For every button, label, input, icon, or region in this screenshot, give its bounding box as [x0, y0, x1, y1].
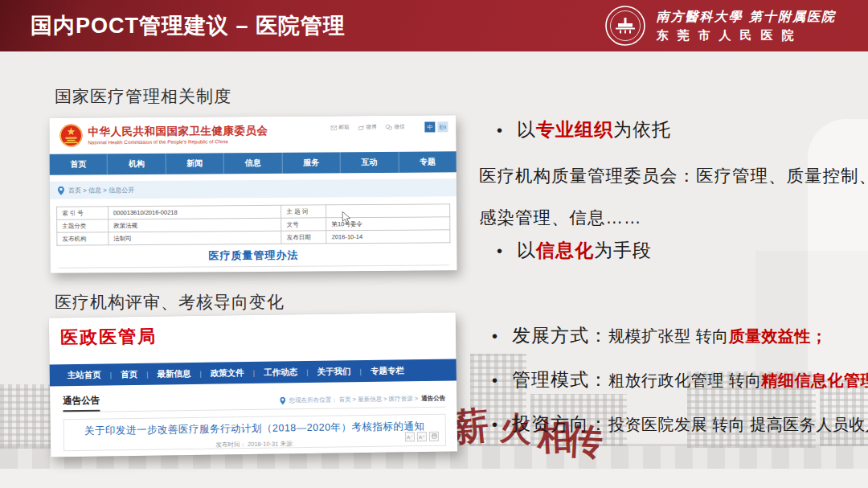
- yz-nav-home[interactable]: 首页: [121, 369, 137, 380]
- hospital-name: 南方醫科大學 第十附属医院 东莞市人民医院: [656, 9, 836, 43]
- hospital-name-line1: 南方醫科大學 第十附属医院: [656, 9, 836, 26]
- highlight-text: 质量效益性；: [729, 326, 828, 347]
- meta-label: 发布机构: [57, 232, 108, 245]
- bullet-dot: •: [497, 121, 502, 140]
- nhc-breadcrumb[interactable]: 首页 > 信息 > 信息公开: [50, 178, 457, 199]
- yz-nav-policy[interactable]: 政策文件: [211, 367, 244, 379]
- document-link[interactable]: 医疗质量管理办法: [50, 247, 457, 265]
- meta-label: 发布日期: [281, 231, 326, 244]
- bullet-informatization: • 以信息化为手段: [497, 238, 652, 263]
- nhc-nav-news[interactable]: 新闻: [166, 153, 224, 174]
- meta-value: 000013610/2016-00218: [108, 205, 281, 219]
- bullet-development-mode: • 发展方式：规模扩张型 转向 质量效益性；: [492, 323, 828, 348]
- weibo-link[interactable]: 微博: [358, 124, 376, 131]
- yzyg-breadcrumb[interactable]: 您现在所在位置： 首页 > 最新信息 > 医疗资源 > 通告公告: [280, 394, 446, 404]
- nhc-nav-orgs[interactable]: 机构: [108, 154, 166, 175]
- nhc-nav-bar: 首页 机构 新闻 信息 服务 互动 专题: [50, 151, 457, 175]
- hospital-logo-group: 南方醫科大學 第十附属医院 东莞市人民医院: [604, 5, 836, 47]
- yzyg-nav-bar: 主站首页 | 首页 | 最新信息 | 政策文件 | 工作动态 | 关于我们 | …: [50, 359, 457, 386]
- paragraph-line1: 医疗机构质量管理委员会：医疗管理、质量控制、医院: [479, 164, 868, 187]
- slide-header: 国内POCT管理建议 – 医院管理 南方醫科大學 第十附属医院 东莞市人民医院: [0, 0, 868, 51]
- hospital-seal-icon: [604, 5, 646, 47]
- nhc-website-screenshot: 中华人民共和国国家卫生健康委员会 National Health Commiss…: [49, 115, 457, 273]
- bullet-dot: •: [492, 416, 497, 434]
- divider: [59, 265, 449, 268]
- yz-nav-about[interactable]: 关于我们: [317, 366, 350, 378]
- mouse-cursor-icon: [342, 211, 351, 224]
- nav-separator: |: [359, 367, 361, 375]
- section2-heading: 医疗机构评审、考核导向变化: [55, 291, 285, 314]
- national-emblem-icon: [59, 123, 83, 147]
- nhc-site-title: 中华人民共和国国家卫生健康委员会: [88, 124, 268, 140]
- nhc-nav-home[interactable]: 首页: [50, 154, 108, 175]
- nhc-nav-topics[interactable]: 专题: [399, 151, 457, 172]
- wechat-link[interactable]: 微信: [385, 124, 404, 131]
- notice-title-link[interactable]: 关于印发进一步改善医疗服务行动计划（2018—2020年）考核指标的通知: [64, 420, 445, 439]
- font-smaller-button[interactable]: A⁻: [405, 432, 415, 441]
- highlight-text: 信息化: [536, 238, 594, 263]
- nav-separator: |: [306, 368, 308, 376]
- notice-board-label[interactable]: 通告公告: [63, 395, 100, 412]
- meta-value: 政策法规: [108, 218, 282, 232]
- bullet-dot: •: [492, 327, 497, 346]
- meta-label: 主 题 词: [281, 205, 326, 218]
- notice-box: 关于印发进一步改善医疗服务行动计划（2018—2020年）考核指标的通知 发布时…: [63, 414, 447, 452]
- document-meta-table: 索 引 号 000013610/2016-00218 主 题 词 主题分类 政策…: [56, 203, 450, 245]
- mail-link[interactable]: 邮箱: [330, 124, 349, 131]
- nhc-nav-interact[interactable]: 互动: [341, 152, 399, 174]
- yzyg-site-title: 医政医管局: [60, 325, 157, 351]
- weibo-icon: [358, 125, 364, 130]
- breadcrumb-current: 通告公告: [421, 394, 445, 402]
- meta-value: 2016-10-14: [326, 230, 450, 244]
- nav-separator: |: [253, 368, 255, 376]
- yz-nav-work[interactable]: 工作动态: [264, 367, 297, 379]
- meta-label: 索 引 号: [57, 207, 108, 219]
- nhc-nav-info[interactable]: 信息: [224, 153, 283, 174]
- nav-separator: |: [199, 369, 201, 377]
- highlight-text: 专业组织: [536, 117, 613, 142]
- hospital-name-line2: 东莞市人民医院: [656, 28, 836, 43]
- bullet-management-mode: • 管理模式：粗放行政化管理 转向 精细信息化管理: [492, 367, 868, 392]
- location-pin-icon: [280, 396, 286, 404]
- yzyg-website-screenshot: 医政医管局 主站首页 | 首页 | 最新信息 | 政策文件 | 工作动态 | 关…: [49, 312, 457, 457]
- bullet-investment-direction: • 投资方向：投资医院发展 转向 提高医务人员收入: [492, 412, 868, 437]
- bullet-dot: •: [497, 242, 502, 260]
- paragraph-line2: 感染管理、信息……: [479, 206, 642, 229]
- meta-label: 文号: [281, 218, 326, 231]
- bullet-professional-org: • 以专业组织为依托: [497, 117, 671, 142]
- wechat-icon: [385, 125, 392, 130]
- table-row: 发布机构 法制司 发布日期 2016-10-14: [57, 230, 450, 245]
- language-cn-button[interactable]: 中: [424, 121, 435, 132]
- nhc-site-title-en: National Health Commission of the People…: [88, 138, 228, 145]
- mail-icon: [330, 125, 337, 130]
- slide: 薪 火 相 传 国内POCT管理建议 – 医院管理 南方醫科大學 第十附属医院 …: [0, 0, 868, 488]
- page-title: 国内POCT管理建议 – 医院管理: [31, 0, 346, 51]
- nav-separator: |: [110, 371, 112, 379]
- highlight-text: 精细信息化管理: [762, 370, 868, 392]
- yz-nav-special[interactable]: 专题专栏: [371, 365, 404, 377]
- nav-separator: |: [146, 370, 148, 378]
- section1-heading: 国家医疗管理相关制度: [55, 85, 231, 108]
- meta-label: 主题分类: [57, 219, 108, 232]
- yz-nav-latest[interactable]: 最新信息: [157, 368, 190, 380]
- language-en-button[interactable]: En: [437, 121, 448, 132]
- meta-value: 法制司: [108, 231, 282, 245]
- printer-icon: [431, 433, 436, 439]
- print-button[interactable]: [429, 432, 439, 441]
- nhc-nav-services[interactable]: 服务: [282, 152, 341, 174]
- yz-nav-mainhome[interactable]: 主站首页: [68, 369, 101, 381]
- notice-meta: 发布时间： 2018-10-31 来源:: [64, 438, 445, 452]
- location-pin-icon: [58, 186, 64, 195]
- bullet-dot: •: [492, 371, 497, 390]
- font-larger-button[interactable]: A⁺: [417, 432, 427, 441]
